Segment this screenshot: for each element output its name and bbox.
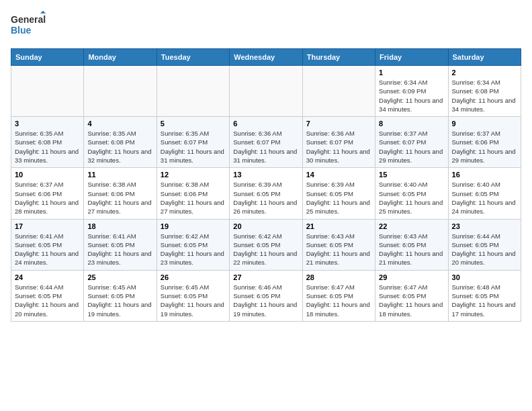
calendar-cell: 4Sunrise: 6:35 AM Sunset: 6:08 PM Daylig… — [84, 117, 157, 168]
calendar-cell: 28Sunrise: 6:47 AM Sunset: 6:05 PM Dayli… — [302, 270, 375, 321]
calendar-cell: 20Sunrise: 6:42 AM Sunset: 6:05 PM Dayli… — [230, 219, 302, 270]
day-info: Sunrise: 6:47 AM Sunset: 6:05 PM Dayligh… — [306, 283, 371, 318]
calendar-cell: 29Sunrise: 6:47 AM Sunset: 6:05 PM Dayli… — [375, 270, 448, 321]
calendar-cell: 9Sunrise: 6:37 AM Sunset: 6:06 PM Daylig… — [448, 117, 521, 168]
day-number: 1 — [379, 68, 444, 77]
day-number: 10 — [15, 171, 80, 179]
day-info: Sunrise: 6:35 AM Sunset: 6:08 PM Dayligh… — [87, 129, 152, 165]
day-info: Sunrise: 6:35 AM Sunset: 6:08 PM Dayligh… — [15, 129, 80, 165]
calendar-cell: 26Sunrise: 6:45 AM Sunset: 6:05 PM Dayli… — [157, 270, 229, 321]
day-number: 25 — [87, 273, 152, 281]
day-info: Sunrise: 6:45 AM Sunset: 6:05 PM Dayligh… — [87, 283, 152, 318]
day-number: 16 — [452, 171, 517, 179]
day-number: 11 — [87, 171, 152, 179]
day-info: Sunrise: 6:37 AM Sunset: 6:06 PM Dayligh… — [15, 180, 80, 216]
calendar-cell: 8Sunrise: 6:37 AM Sunset: 6:07 PM Daylig… — [375, 117, 448, 168]
calendar-cell: 18Sunrise: 6:41 AM Sunset: 6:05 PM Dayli… — [84, 219, 157, 270]
day-header-monday: Monday — [84, 49, 157, 66]
calendar-cell: 19Sunrise: 6:42 AM Sunset: 6:05 PM Dayli… — [157, 219, 229, 270]
day-number: 20 — [233, 222, 298, 230]
day-number: 13 — [233, 171, 298, 179]
day-info: Sunrise: 6:34 AM Sunset: 6:08 PM Dayligh… — [452, 78, 517, 113]
day-info: Sunrise: 6:37 AM Sunset: 6:07 PM Dayligh… — [379, 129, 444, 165]
day-info: Sunrise: 6:41 AM Sunset: 6:05 PM Dayligh… — [87, 232, 152, 267]
calendar-cell — [230, 66, 302, 117]
day-info: Sunrise: 6:34 AM Sunset: 6:09 PM Dayligh… — [379, 78, 444, 113]
day-header-tuesday: Tuesday — [157, 49, 229, 66]
logo-svg: General Blue — [11, 11, 46, 40]
day-info: Sunrise: 6:42 AM Sunset: 6:05 PM Dayligh… — [161, 232, 226, 267]
day-header-sunday: Sunday — [11, 49, 84, 66]
day-number: 22 — [379, 222, 444, 230]
day-info: Sunrise: 6:45 AM Sunset: 6:05 PM Dayligh… — [161, 283, 226, 318]
calendar-cell: 23Sunrise: 6:44 AM Sunset: 6:05 PM Dayli… — [448, 219, 521, 270]
day-number: 19 — [161, 222, 226, 230]
day-number: 3 — [15, 120, 80, 128]
day-info: Sunrise: 6:43 AM Sunset: 6:05 PM Dayligh… — [379, 232, 444, 267]
day-number: 17 — [15, 222, 80, 230]
calendar-cell — [11, 66, 84, 117]
day-number: 26 — [161, 273, 226, 281]
calendar-cell: 22Sunrise: 6:43 AM Sunset: 6:05 PM Dayli… — [375, 219, 448, 270]
calendar-week-row: 24Sunrise: 6:44 AM Sunset: 6:05 PM Dayli… — [11, 270, 521, 321]
calendar-cell: 30Sunrise: 6:48 AM Sunset: 6:05 PM Dayli… — [448, 270, 521, 321]
calendar-cell: 27Sunrise: 6:46 AM Sunset: 6:05 PM Dayli… — [230, 270, 302, 321]
day-number: 12 — [161, 171, 226, 179]
day-number: 15 — [379, 171, 444, 179]
day-info: Sunrise: 6:36 AM Sunset: 6:07 PM Dayligh… — [233, 129, 298, 165]
day-info: Sunrise: 6:36 AM Sunset: 6:07 PM Dayligh… — [306, 129, 371, 165]
day-info: Sunrise: 6:43 AM Sunset: 6:05 PM Dayligh… — [306, 232, 371, 267]
calendar-cell: 5Sunrise: 6:35 AM Sunset: 6:07 PM Daylig… — [157, 117, 229, 168]
day-info: Sunrise: 6:42 AM Sunset: 6:05 PM Dayligh… — [233, 232, 298, 267]
calendar-cell — [302, 66, 375, 117]
day-header-saturday: Saturday — [448, 49, 521, 66]
day-info: Sunrise: 6:46 AM Sunset: 6:05 PM Dayligh… — [233, 283, 298, 318]
day-number: 29 — [379, 273, 444, 281]
day-number: 6 — [233, 120, 298, 128]
day-number: 14 — [306, 171, 371, 179]
day-number: 21 — [306, 222, 371, 230]
day-info: Sunrise: 6:44 AM Sunset: 6:05 PM Dayligh… — [452, 232, 517, 267]
calendar-cell: 24Sunrise: 6:44 AM Sunset: 6:05 PM Dayli… — [11, 270, 84, 321]
day-number: 18 — [87, 222, 152, 230]
calendar-week-row: 17Sunrise: 6:41 AM Sunset: 6:05 PM Dayli… — [11, 219, 521, 270]
calendar-week-row: 10Sunrise: 6:37 AM Sunset: 6:06 PM Dayli… — [11, 168, 521, 219]
day-number: 9 — [452, 120, 517, 128]
calendar-cell: 12Sunrise: 6:38 AM Sunset: 6:06 PM Dayli… — [157, 168, 229, 219]
calendar-cell: 10Sunrise: 6:37 AM Sunset: 6:06 PM Dayli… — [11, 168, 84, 219]
day-number: 27 — [233, 273, 298, 281]
day-info: Sunrise: 6:41 AM Sunset: 6:05 PM Dayligh… — [15, 232, 80, 267]
calendar-cell: 13Sunrise: 6:39 AM Sunset: 6:05 PM Dayli… — [230, 168, 302, 219]
day-info: Sunrise: 6:40 AM Sunset: 6:05 PM Dayligh… — [379, 180, 444, 216]
day-info: Sunrise: 6:40 AM Sunset: 6:05 PM Dayligh… — [452, 180, 517, 216]
logo: General Blue — [11, 11, 46, 40]
day-info: Sunrise: 6:48 AM Sunset: 6:05 PM Dayligh… — [452, 283, 517, 318]
calendar-cell: 25Sunrise: 6:45 AM Sunset: 6:05 PM Dayli… — [84, 270, 157, 321]
day-number: 7 — [306, 120, 371, 128]
calendar-cell: 6Sunrise: 6:36 AM Sunset: 6:07 PM Daylig… — [230, 117, 302, 168]
calendar: SundayMondayTuesdayWednesdayThursdayFrid… — [11, 48, 521, 322]
day-number: 4 — [87, 120, 152, 128]
day-info: Sunrise: 6:38 AM Sunset: 6:06 PM Dayligh… — [87, 180, 152, 216]
day-header-wednesday: Wednesday — [230, 49, 302, 66]
calendar-cell: 11Sunrise: 6:38 AM Sunset: 6:06 PM Dayli… — [84, 168, 157, 219]
calendar-cell: 17Sunrise: 6:41 AM Sunset: 6:05 PM Dayli… — [11, 219, 84, 270]
calendar-cell: 15Sunrise: 6:40 AM Sunset: 6:05 PM Dayli… — [375, 168, 448, 219]
day-number: 2 — [452, 68, 517, 77]
calendar-cell: 3Sunrise: 6:35 AM Sunset: 6:08 PM Daylig… — [11, 117, 84, 168]
svg-marker-2 — [40, 11, 46, 13]
day-header-friday: Friday — [375, 49, 448, 66]
day-number: 24 — [15, 273, 80, 281]
calendar-cell — [157, 66, 229, 117]
header: General Blue — [11, 11, 521, 40]
svg-text:Blue: Blue — [11, 25, 32, 36]
day-info: Sunrise: 6:39 AM Sunset: 6:05 PM Dayligh… — [306, 180, 371, 216]
svg-text:General: General — [11, 14, 46, 25]
day-info: Sunrise: 6:47 AM Sunset: 6:05 PM Dayligh… — [379, 283, 444, 318]
day-info: Sunrise: 6:35 AM Sunset: 6:07 PM Dayligh… — [161, 129, 226, 165]
calendar-cell: 1Sunrise: 6:34 AM Sunset: 6:09 PM Daylig… — [375, 66, 448, 117]
calendar-cell: 14Sunrise: 6:39 AM Sunset: 6:05 PM Dayli… — [302, 168, 375, 219]
calendar-week-row: 1Sunrise: 6:34 AM Sunset: 6:09 PM Daylig… — [11, 66, 521, 117]
day-header-thursday: Thursday — [302, 49, 375, 66]
calendar-cell: 16Sunrise: 6:40 AM Sunset: 6:05 PM Dayli… — [448, 168, 521, 219]
